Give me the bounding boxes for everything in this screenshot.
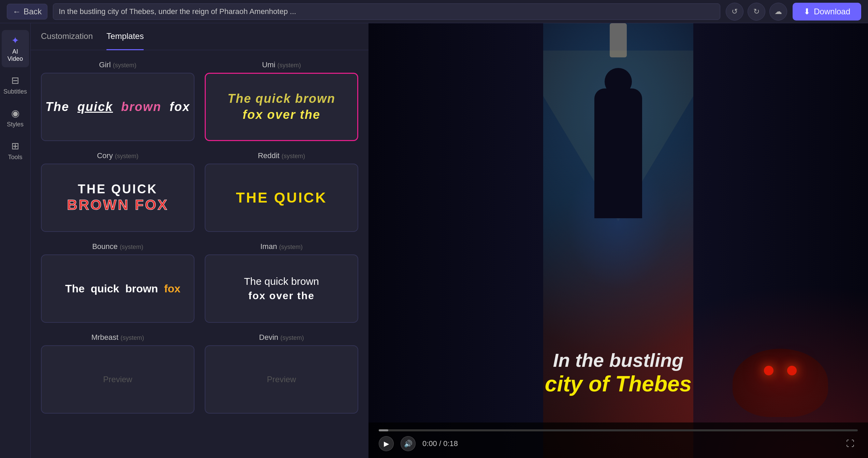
template-card-girl[interactable]: The quick brown fox — [41, 73, 194, 141]
progress-fill — [379, 429, 388, 431]
time-display: 0:00 / 0:18 — [422, 439, 458, 448]
volume-button[interactable]: 🔊 — [401, 436, 416, 451]
template-bounce-preview: The quick brown fox — [55, 282, 180, 295]
video-subtitle-line1: In the bustling — [545, 349, 692, 371]
template-devin-tag: (system) — [280, 334, 304, 341]
play-button[interactable]: ▶ — [379, 436, 394, 451]
template-girl-preview: The quick brown fox — [45, 100, 190, 114]
time-current: 0:00 — [422, 439, 437, 448]
tab-customization-label: Customization — [41, 31, 93, 41]
template-mrbeast-name: Mrbeast — [91, 333, 118, 342]
download-button[interactable]: ⬇ Download — [793, 3, 861, 20]
template-group-bounce: Bounce (system) The quick brown fox — [41, 242, 194, 323]
video-controls: ▶ 🔊 0:00 / 0:18 ⛶ — [368, 422, 868, 458]
template-bounce-label: Bounce (system) — [41, 242, 194, 251]
template-mrbeast-tag: (system) — [120, 334, 144, 341]
template-card-bounce[interactable]: The quick brown fox — [41, 254, 194, 323]
template-iman-label: Iman (system) — [205, 242, 358, 251]
time-total: 0:18 — [443, 439, 458, 448]
tools-icon: ⊞ — [11, 140, 19, 152]
template-group-reddit: Reddit (system) THE QUICK — [205, 151, 358, 232]
template-umi-line2: fox over the — [228, 107, 335, 123]
download-icon: ⬇ — [804, 7, 810, 16]
video-subtitle-overlay: In the bustling city of Thebes — [545, 349, 692, 397]
template-card-mrbeast[interactable]: Preview — [41, 345, 194, 414]
tab-templates[interactable]: Templates — [106, 23, 144, 50]
figure-head — [605, 68, 632, 95]
template-bounce-name: Bounce — [92, 242, 118, 251]
template-mrbeast-label: Mrbeast (system) — [41, 333, 194, 342]
template-devin-label: Devin (system) — [205, 333, 358, 342]
template-group-cory: Cory (system) THE QUICK BROWN FOX — [41, 151, 194, 232]
template-cory-preview: THE QUICK BROWN FOX — [67, 182, 168, 214]
template-reddit-preview: THE QUICK — [236, 190, 327, 206]
template-group-devin: Devin (system) Preview — [205, 333, 358, 414]
download-label: Download — [814, 7, 850, 16]
sidebar-item-ai-video[interactable]: ✦ AI Video — [2, 30, 29, 67]
template-umi-name: Umi — [262, 60, 275, 69]
tab-customization[interactable]: Customization — [41, 23, 93, 50]
main-layout: ✦ AI Video ⊟ Subtitles ◉ Styles ⊞ Tools … — [0, 23, 868, 458]
sidebar-label-ai-video: AI Video — [5, 48, 26, 63]
template-devin-preview: Preview — [267, 375, 296, 384]
back-label: Back — [24, 7, 42, 16]
sidebar-label-styles: Styles — [7, 121, 24, 128]
topbar-icons: ↺ ↻ ☁ — [726, 3, 787, 20]
template-group-umi: Umi (system) The quick brown fox over th… — [205, 60, 358, 141]
video-background: In the bustling city of Thebes ▶ 🔊 0:00 … — [368, 23, 868, 458]
template-umi-tag: (system) — [277, 62, 301, 69]
template-group-iman: Iman (system) The quick brown fox over t… — [205, 242, 358, 323]
template-card-iman[interactable]: The quick brown fox over the — [205, 254, 358, 323]
template-iman-preview: The quick brown fox over the — [244, 274, 319, 303]
template-girl-label: Girl (system) — [41, 60, 194, 69]
template-row-1: Girl (system) The quick brown fox Umi (s… — [41, 60, 358, 141]
template-card-reddit[interactable]: THE QUICK — [205, 164, 358, 232]
template-row-2: Cory (system) THE QUICK BROWN FOX Reddit… — [41, 151, 358, 232]
sidebar-label-subtitles: Subtitles — [3, 88, 27, 95]
template-iman-name: Iman — [260, 242, 277, 251]
back-button[interactable]: ← Back — [7, 4, 47, 19]
undo-icon[interactable]: ↺ — [726, 3, 743, 20]
template-iman-tag: (system) — [279, 244, 303, 250]
template-mrbeast-preview: Preview — [103, 375, 132, 384]
redo-icon[interactable]: ↻ — [748, 3, 765, 20]
video-panel: In the bustling city of Thebes ▶ 🔊 0:00 … — [368, 23, 868, 458]
back-arrow-icon: ← — [13, 7, 21, 16]
sidebar: ✦ AI Video ⊟ Subtitles ◉ Styles ⊞ Tools — [0, 23, 31, 458]
ai-video-icon: ✦ — [11, 35, 19, 46]
progress-bar[interactable] — [379, 429, 858, 431]
figure-body — [594, 88, 642, 218]
sidebar-item-tools[interactable]: ⊞ Tools — [2, 136, 29, 166]
template-cory-line2: BROWN FOX — [67, 196, 168, 213]
template-group-girl: Girl (system) The quick brown fox — [41, 60, 194, 141]
template-card-devin[interactable]: Preview — [205, 345, 358, 414]
template-row-4: Mrbeast (system) Preview Devin (system) … — [41, 333, 358, 414]
sidebar-label-tools: Tools — [8, 154, 22, 161]
left-wall — [368, 23, 543, 458]
project-title: In the bustling city of Thebes, under th… — [53, 3, 720, 20]
topbar: ← Back In the bustling city of Thebes, u… — [0, 0, 868, 23]
template-bounce-tag: (system) — [120, 244, 143, 250]
sidebar-item-styles[interactable]: ◉ Styles — [2, 103, 29, 133]
time-separator: / — [439, 439, 443, 448]
template-card-cory[interactable]: THE QUICK BROWN FOX — [41, 164, 194, 232]
template-group-mrbeast: Mrbeast (system) Preview — [41, 333, 194, 414]
template-reddit-text: THE QUICK — [236, 190, 327, 206]
cloud-save-icon[interactable]: ☁ — [769, 3, 787, 20]
template-umi-label: Umi (system) — [205, 60, 358, 69]
content-panel: Customization Templates Girl (system) Th… — [31, 23, 368, 458]
template-umi-preview: The quick brown fox over the — [228, 91, 335, 123]
template-girl-name: Girl — [99, 60, 111, 69]
video-subtitle-line2: city of Thebes — [545, 371, 692, 397]
template-cory-label: Cory (system) — [41, 151, 194, 160]
fullscreen-button[interactable]: ⛶ — [843, 436, 858, 451]
template-iman-line1: The quick brown — [244, 274, 319, 289]
tab-templates-label: Templates — [106, 31, 144, 41]
template-card-umi[interactable]: The quick brown fox over the — [205, 73, 358, 141]
controls-left: ▶ 🔊 0:00 / 0:18 — [379, 436, 458, 451]
template-cory-name: Cory — [97, 151, 113, 160]
sidebar-item-subtitles[interactable]: ⊟ Subtitles — [2, 70, 29, 100]
template-cory-tag: (system) — [115, 153, 139, 159]
template-devin-name: Devin — [259, 333, 278, 342]
template-row-3: Bounce (system) The quick brown fox Iman… — [41, 242, 358, 323]
